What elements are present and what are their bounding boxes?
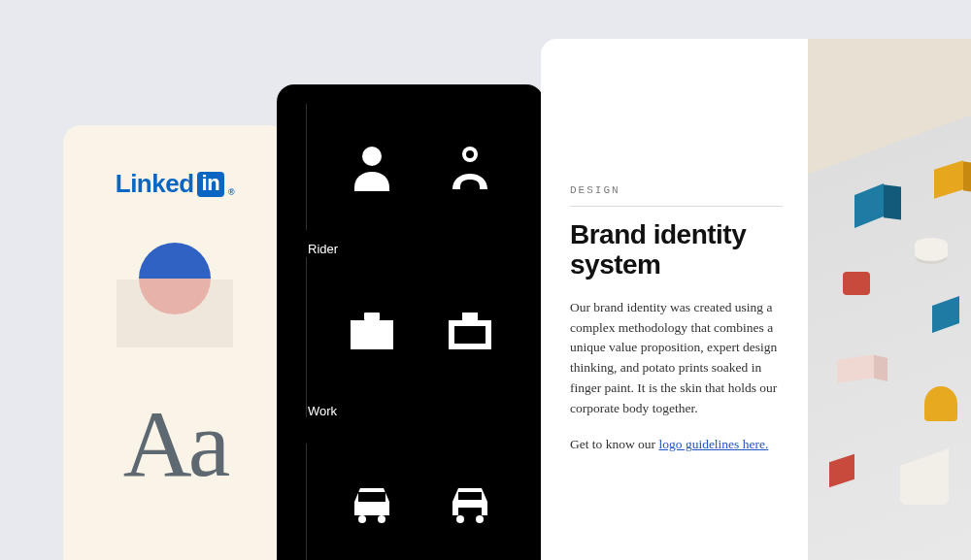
divider <box>306 104 307 230</box>
section-label-rider: Rider <box>306 242 544 256</box>
icon-row-briefcase <box>306 303 544 357</box>
type-specimen: Aa <box>123 396 226 491</box>
article-cta: Get to know our logo guidelines here. <box>570 435 783 455</box>
person-outline-icon <box>443 141 497 195</box>
section-label-work: Work <box>306 404 544 418</box>
icon-row-car <box>306 473 544 527</box>
block-yellow-arch <box>924 386 957 421</box>
block-white-wedge <box>900 466 949 505</box>
icon-row-person <box>306 141 544 195</box>
car-filled-icon <box>345 473 399 527</box>
svg-point-10 <box>476 515 484 523</box>
block-red <box>843 272 870 295</box>
svg-point-2 <box>466 150 474 158</box>
svg-point-6 <box>378 515 385 523</box>
svg-rect-8 <box>458 492 482 500</box>
divider <box>570 206 783 207</box>
brand-identity-article-card: DESIGN Brand identity system Our brand i… <box>541 39 971 560</box>
hero-image-blocks <box>808 39 971 560</box>
article-title: Brand identity system <box>570 220 783 280</box>
car-outline-icon <box>443 473 497 527</box>
registered-mark: ® <box>228 187 234 197</box>
cta-prefix: Get to know our <box>570 437 659 451</box>
article-body: DESIGN Brand identity system Our brand i… <box>541 39 808 560</box>
linkedin-logo: Linked in ® <box>116 169 235 199</box>
person-filled-icon <box>345 141 399 195</box>
linkedin-wordmark: Linked <box>116 169 194 199</box>
logo-guidelines-link[interactable]: logo guidelines here. <box>659 437 769 451</box>
svg-rect-3 <box>364 313 380 320</box>
block-cylinder-white <box>915 238 948 261</box>
divider <box>306 444 307 560</box>
svg-rect-7 <box>358 492 385 502</box>
divider <box>306 257 307 417</box>
briefcase-filled-icon <box>345 303 399 357</box>
svg-rect-4 <box>351 320 393 349</box>
briefcase-outline-icon <box>443 303 497 357</box>
svg-point-0 <box>362 147 382 166</box>
linkedin-in-badge: in <box>197 172 225 197</box>
shape-circle <box>139 243 211 314</box>
brand-shape-graphic <box>117 243 233 349</box>
svg-point-9 <box>456 515 464 523</box>
svg-point-5 <box>358 515 366 523</box>
article-paragraph: Our brand identity was created using a c… <box>570 298 783 420</box>
eyebrow-label: DESIGN <box>570 184 783 196</box>
iconography-card: Rider Work <box>277 84 544 560</box>
brand-typography-card: Linked in ® Aa <box>63 125 286 560</box>
